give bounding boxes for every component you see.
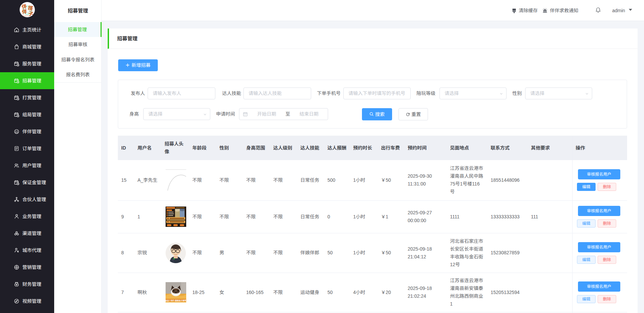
svg-text:你这个操作 雅痞老子整啊: 你这个操作 雅痞老子整啊 xyxy=(166,299,186,302)
svg-text:Ban Ban Da Zi: Ban Ban Da Zi xyxy=(23,15,30,17)
svg-text:伴: 伴 xyxy=(21,7,27,15)
